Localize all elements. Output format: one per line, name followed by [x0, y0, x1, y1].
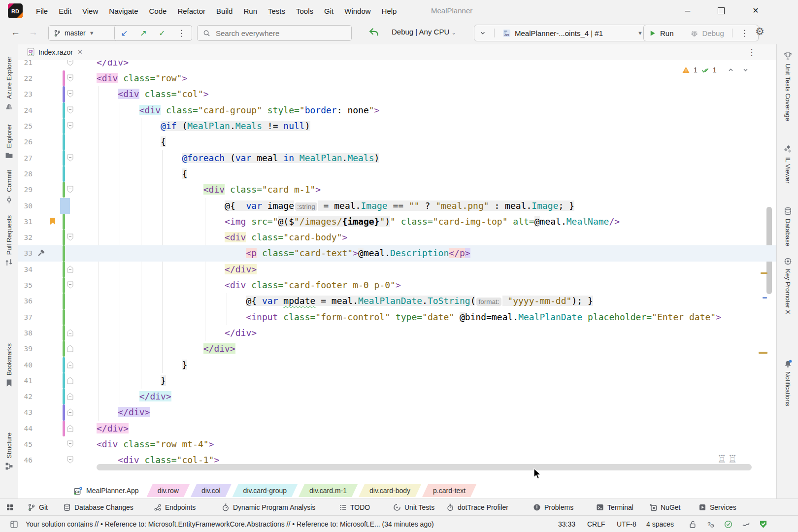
- code-line-46[interactable]: 46 <div class="col-1">: [18, 452, 776, 468]
- menu-build[interactable]: Build: [211, 5, 238, 17]
- git-branch-widget[interactable]: master ▼: [48, 25, 118, 41]
- maximize-button[interactable]: [714, 5, 728, 17]
- tool-window-todo[interactable]: TODO: [339, 499, 370, 516]
- tool-window-terminal[interactable]: Terminal: [596, 499, 633, 516]
- fold-start-icon[interactable]: [67, 154, 73, 162]
- fold-start-icon[interactable]: [67, 281, 73, 289]
- sidebar-item-structure[interactable]: Structure: [0, 432, 18, 470]
- code-line-42[interactable]: 42 </div>: [18, 389, 776, 404]
- run-play-icon[interactable]: [649, 30, 656, 37]
- tool-window-problems[interactable]: Problems: [533, 499, 573, 516]
- fold-start-icon[interactable]: [67, 74, 73, 82]
- fold-start-icon[interactable]: [67, 233, 73, 241]
- fold-end-icon[interactable]: [67, 377, 73, 384]
- breadcrumb-div-card-body[interactable]: div.card-body: [359, 484, 421, 497]
- sidebar-item-explorer[interactable]: Explorer: [0, 124, 18, 160]
- sidebar-item-bookmarks[interactable]: Bookmarks: [0, 343, 18, 387]
- breadcrumb-p-card-text[interactable]: p.card-text: [422, 484, 476, 497]
- breadcrumb-div-col[interactable]: div.col: [191, 484, 232, 497]
- sidebar-item-notifications[interactable]: Notifications: [777, 360, 798, 406]
- code-line-44[interactable]: 44</div>: [18, 421, 776, 436]
- tool-window-dottrace-profiler[interactable]: dotTrace Profiler: [446, 499, 508, 516]
- menu-view[interactable]: View: [77, 5, 103, 17]
- fold-start-icon[interactable]: [67, 456, 73, 464]
- fold-end-icon[interactable]: [67, 345, 73, 352]
- breadcrumb-div-card-m-1[interactable]: div.card.m-1: [299, 484, 358, 497]
- fold-start-icon[interactable]: [67, 106, 73, 114]
- more-actions-icon[interactable]: ⋮: [740, 28, 749, 38]
- tool-window-unit-tests[interactable]: Unit Tests: [393, 499, 434, 516]
- code-line-39[interactable]: 39 </div>: [18, 341, 776, 357]
- code-line-23[interactable]: 23 <div class="col">: [18, 86, 776, 102]
- tab-close-icon[interactable]: ✕: [77, 48, 83, 56]
- sidebar-item-pull-requests[interactable]: Pull Requests: [0, 215, 18, 266]
- fold-start-icon[interactable]: [67, 440, 73, 448]
- code-line-25[interactable]: 25 @if (MealPlan.Meals != null): [18, 118, 776, 134]
- debug-bug-icon[interactable]: [690, 29, 698, 37]
- solution-config-selector[interactable]: Debug | Any CPU ⌄: [392, 28, 456, 36]
- intention-hammer-icon[interactable]: [36, 249, 45, 258]
- search-everywhere-box[interactable]: [197, 25, 352, 41]
- tab-index-razor[interactable]: @c# Index.razor ✕: [21, 44, 89, 60]
- window-layouts-icon[interactable]: [6, 503, 14, 511]
- code-line-38[interactable]: 38 </div>: [18, 325, 776, 341]
- code-line-21[interactable]: 21</div>: [18, 60, 776, 70]
- debug-button[interactable]: Debug: [702, 29, 724, 37]
- rider-logo-icon[interactable]: RD: [8, 3, 23, 18]
- sidebar-item-database[interactable]: Database: [777, 207, 798, 246]
- sidebar-item-unit-tests-coverage[interactable]: Unit Tests Coverage: [777, 52, 798, 121]
- tool-window-nuget[interactable]: NuGet: [649, 499, 680, 516]
- push-icon[interactable]: ↗: [140, 29, 147, 38]
- fold-end-icon[interactable]: [67, 266, 73, 273]
- fold-end-icon[interactable]: [67, 393, 73, 400]
- rollback-arrow-icon[interactable]: [368, 27, 379, 38]
- file-encoding[interactable]: UTF-8: [617, 516, 636, 532]
- run-config-selector[interactable]: API MealPlanner-...oints_4 | #1 ▼: [474, 25, 648, 41]
- code-line-24[interactable]: 24 <div class="card-group" style="border…: [18, 102, 776, 118]
- code-line-22[interactable]: 22<div class="row">: [18, 70, 776, 86]
- menu-code[interactable]: Code: [144, 5, 172, 17]
- back-arrow-icon[interactable]: ←: [11, 28, 20, 37]
- menu-git[interactable]: Git: [319, 5, 339, 17]
- inspection-shield-icon[interactable]: [759, 516, 768, 532]
- readonly-lock-icon[interactable]: [689, 516, 697, 532]
- sidebar-item-il-viewer[interactable]: IL Viewer: [777, 145, 798, 183]
- menu-navigate[interactable]: Navigate: [103, 5, 143, 17]
- search-input[interactable]: [215, 29, 325, 38]
- tool-window-services[interactable]: Services: [698, 499, 736, 516]
- minimize-button[interactable]: –: [681, 5, 695, 16]
- code-line-43[interactable]: 43 </div>: [18, 404, 776, 420]
- code-line-40[interactable]: 40 }: [18, 357, 776, 373]
- code-line-27[interactable]: 27 @foreach (var meal in MealPlan.Meals): [18, 150, 776, 166]
- code-line-29[interactable]: 29 <div class="card m-1">: [18, 182, 776, 198]
- expand-chevron-icon[interactable]: [479, 30, 486, 36]
- breadcrumb-div-row[interactable]: div.row: [147, 484, 190, 497]
- menu-run[interactable]: Run: [238, 5, 263, 17]
- code-line-36[interactable]: 36 @{ var mpdate = meal.MealPlanDate.ToS…: [18, 293, 776, 309]
- code-line-34[interactable]: 34 </div>: [18, 262, 776, 277]
- code-analysis-icon[interactable]: ?: [706, 516, 715, 532]
- code-line-32[interactable]: 32 <div class="card-body">: [18, 230, 776, 245]
- menu-tools[interactable]: Tools: [291, 5, 319, 17]
- menu-window[interactable]: Window: [339, 5, 376, 17]
- fold-end-icon[interactable]: [67, 329, 73, 336]
- code-line-30[interactable]: 30 @{ var image:string = meal.Image == "…: [18, 198, 776, 214]
- breadcrumb-mealplanner-app[interactable]: C#MealPlanner.App: [74, 484, 146, 497]
- code-line-35[interactable]: 35 <div class="card-footer m-0 p-0">: [18, 277, 776, 293]
- tool-window-dynamic-program-analysis[interactable]: Dynamic Program Analysis: [222, 499, 315, 516]
- tool-window-endpoints[interactable]: Endpoints: [154, 499, 196, 516]
- tab-options-icon[interactable]: ⋮: [747, 47, 756, 58]
- fold-start-icon[interactable]: [67, 90, 73, 98]
- update-project-icon[interactable]: ↙: [121, 29, 128, 38]
- fold-start-icon[interactable]: [67, 122, 73, 130]
- ok-check-icon[interactable]: [724, 516, 732, 532]
- tool-window-database-changes[interactable]: Database Changes: [63, 499, 133, 516]
- commit-check-icon[interactable]: ✓: [159, 29, 165, 38]
- highlight-level-icon[interactable]: [742, 516, 750, 532]
- status-left-icon[interactable]: [10, 516, 18, 532]
- caret-position[interactable]: 33:33: [558, 516, 575, 532]
- indent-style[interactable]: 4 spaces: [646, 516, 674, 532]
- menu-help[interactable]: Help: [376, 5, 402, 17]
- fold-start-icon[interactable]: [67, 60, 73, 66]
- code-line-37[interactable]: 37 <input class="form-control" type="dat…: [18, 309, 776, 325]
